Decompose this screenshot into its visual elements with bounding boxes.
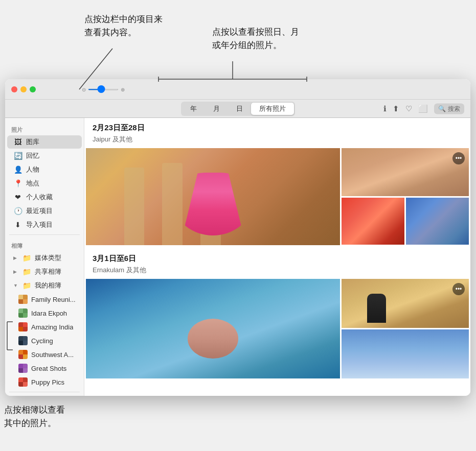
album-thumb	[18, 377, 28, 387]
tab-month[interactable]: 月	[205, 103, 228, 115]
sidebar-item-import[interactable]: ⬇ 导入项目	[7, 218, 82, 231]
recent-icon: 🕐	[13, 206, 22, 216]
photo-section-2: 3月1日至6日 Ernakulam 及其他	[84, 249, 470, 380]
main-photo-1[interactable]	[86, 148, 340, 245]
shared-icon: 📁	[22, 267, 31, 276]
favorite-icon[interactable]: ♡	[405, 104, 412, 113]
close-button[interactable]	[11, 86, 17, 92]
import-icon: ⬇	[13, 220, 22, 229]
sidebar-item-label: 我的相簿	[35, 281, 61, 290]
album-thumb	[18, 336, 28, 345]
sidebar-item-label: 共享相簿	[35, 267, 61, 276]
sidebar-item-idara-ekpoh[interactable]: Idara Ekpoh	[7, 306, 82, 320]
section-date-1: 2月23日至28日	[84, 118, 470, 135]
album-thumb	[18, 364, 28, 373]
album-thumb	[18, 308, 28, 318]
tab-all-photos[interactable]: 所有照片	[251, 103, 294, 115]
sidebar-item-label: 个人收藏	[26, 193, 53, 202]
sidebar-item-label: 媒体类型	[35, 253, 61, 263]
sidebar-item-label: 回忆	[26, 151, 39, 160]
side-photo-2-bottom[interactable]	[342, 329, 469, 378]
annotation-tabs: 点按以查看按照日、月 或年分组的照片。	[212, 26, 335, 52]
annotation-bottom: 点按相簿以查看 其中的照片。	[0, 403, 79, 430]
section-location-2: Ernakulam 及其他	[84, 266, 470, 279]
divider-2	[9, 392, 80, 392]
annotation-sidebar: 点按边栏中的项目来 查看其内容。	[84, 13, 187, 39]
sidebar-item-great-shots[interactable]: Great Shots	[7, 362, 82, 375]
sidebar-item-puppy-pics[interactable]: Puppy Pics	[7, 375, 82, 389]
side-photo-row-1	[342, 198, 469, 246]
sidebar-item-cycling[interactable]: Cycling	[7, 334, 82, 347]
sidebar-item-people[interactable]: 👤 人物	[7, 163, 82, 176]
sidebar-item-label: Cycling	[31, 337, 53, 345]
share-icon[interactable]: ⬆	[393, 104, 399, 113]
side-photo-2-top[interactable]: •••	[342, 279, 469, 328]
sidebar-item-label: Amazing India	[31, 323, 73, 331]
search-label: 搜索	[448, 104, 460, 113]
sidebar-section-photos: 照片	[5, 122, 84, 135]
main-content: 照片 🖼 图库 🔄 回忆 👤 人物 📍 地点 ❤ 个人收藏	[5, 118, 470, 396]
main-photo-2[interactable]	[86, 279, 340, 378]
tab-group: 年 月 日 所有照片	[181, 102, 295, 116]
sidebar-item-memories[interactable]: 🔄 回忆	[7, 149, 82, 162]
sidebar-item-favorites[interactable]: ❤ 个人收藏	[7, 191, 82, 204]
tab-bar: 年 月 日 所有照片 ℹ ⬆ ♡ ⬜ 🔍 搜索	[5, 100, 470, 118]
side-photo-1-br[interactable]	[406, 198, 469, 245]
tab-year[interactable]: 年	[182, 103, 205, 115]
tab-day[interactable]: 日	[228, 103, 251, 115]
search-box[interactable]: 🔍 搜索	[434, 103, 464, 114]
sidebar-item-label: Southwest A...	[31, 351, 74, 359]
sidebar-item-my-albums[interactable]: ▼ 📁 我的相簿	[7, 279, 82, 292]
media-type-icon: 📁	[22, 253, 31, 263]
sidebar: 照片 🖼 图库 🔄 回忆 👤 人物 📍 地点 ❤ 个人收藏	[5, 118, 84, 396]
photo-grid: 2月23日至28日 Jaipur 及其他	[84, 118, 470, 396]
sidebar-section-projects: 项目	[5, 395, 84, 396]
sidebar-item-label: Family Reuni...	[31, 296, 76, 303]
sidebar-item-library[interactable]: 🖼 图库	[7, 135, 82, 149]
memories-icon: 🔄	[13, 151, 22, 160]
zoom-slider[interactable]: ⊝ ⊕	[82, 86, 125, 92]
side-photos-2: •••	[342, 279, 469, 378]
sidebar-section-albums: 相簿	[5, 238, 84, 251]
sidebar-item-southwest[interactable]: Southwest A...	[7, 348, 82, 361]
sidebar-item-family-reunion[interactable]: Family Reuni...	[7, 293, 82, 306]
sidebar-item-label: 人物	[26, 165, 39, 174]
side-photos-1: •••	[342, 148, 469, 245]
more-button-2[interactable]: •••	[452, 283, 465, 295]
sidebar-item-label: 最近项目	[26, 206, 53, 216]
section-grid-1: •••	[84, 148, 470, 247]
library-icon: 🖼	[13, 137, 22, 147]
side-photo-1-bl[interactable]	[342, 198, 404, 245]
search-icon: 🔍	[438, 105, 446, 112]
sidebar-item-amazing-india[interactable]: Amazing India	[7, 320, 82, 334]
photo-section-1: 2月23日至28日 Jaipur 及其他	[84, 118, 470, 247]
maximize-button[interactable]	[30, 86, 36, 92]
traffic-lights	[5, 86, 36, 92]
disclosure-icon: ▶	[13, 269, 18, 274]
disclosure-icon: ▶	[13, 255, 18, 260]
people-icon: 👤	[13, 165, 22, 174]
places-icon: 📍	[13, 179, 22, 188]
sidebar-item-shared-albums[interactable]: ▶ 📁 共享相簿	[7, 265, 82, 278]
info-icon[interactable]: ℹ	[383, 104, 387, 113]
divider-1	[9, 234, 80, 235]
album-thumb	[18, 322, 28, 331]
my-albums-icon: 📁	[22, 281, 31, 290]
toolbar-right: ℹ ⬆ ♡ ⬜ 🔍 搜索	[383, 103, 464, 114]
section-location-1: Jaipur 及其他	[84, 135, 470, 148]
crop-icon[interactable]: ⬜	[418, 104, 428, 113]
section-date-2: 3月1日至6日	[84, 249, 470, 266]
disclosure-icon: ▼	[13, 283, 18, 288]
sidebar-item-label: Great Shots	[31, 365, 66, 372]
sidebar-item-places[interactable]: 📍 地点	[7, 177, 82, 190]
sidebar-item-label: Idara Ekpoh	[31, 310, 67, 317]
side-photo-1-top[interactable]: •••	[342, 148, 469, 196]
sidebar-item-media-type[interactable]: ▶ 📁 媒体类型	[7, 251, 82, 265]
title-bar: ⊝ ⊕	[5, 79, 470, 100]
section-grid-2: •••	[84, 279, 470, 380]
more-button-1[interactable]: •••	[452, 152, 465, 164]
sidebar-item-label: Puppy Pics	[31, 378, 64, 386]
app-window: ⊝ ⊕ 年 月 日 所有照片 ℹ ⬆ ♡ ⬜ 🔍 搜索 照片	[5, 79, 470, 396]
sidebar-item-recent[interactable]: 🕐 最近项目	[7, 204, 82, 218]
minimize-button[interactable]	[20, 86, 27, 92]
